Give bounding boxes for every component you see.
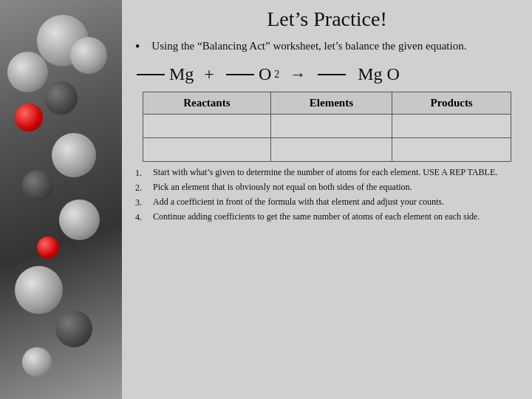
element-mgo: Mg O [358,64,400,84]
step-1: 1. Start with what’s given to determine … [135,166,519,180]
cell-r1c1 [143,115,271,138]
col-header-elements: Elements [270,92,392,115]
step-4: 4. Continue adding coefficients to get t… [135,211,519,224]
rep-table: Reactants Elements Products [143,92,511,162]
bullet-text: Using the “Balancing Act” worksheet, let… [151,38,466,54]
step-2-num: 2. [135,181,147,194]
arrow-symbol: → [290,65,306,84]
col-header-reactants: Reactants [143,92,271,115]
blank2 [226,74,254,75]
bullet-point: • Using the “Balancing Act” worksheet, l… [135,38,519,55]
element-o: O [259,64,271,84]
step-3-text: Add a coefficient in front of the formul… [153,196,444,209]
steps-list: 1. Start with what’s given to determine … [135,166,519,225]
blank3 [318,74,346,75]
step-3-num: 3. [135,196,147,209]
step-1-num: 1. [135,166,147,180]
cell-r2c1 [143,138,271,162]
table-row [143,138,511,162]
step-3: 3. Add a coefficient in front of the for… [135,196,519,209]
plus-sign: + [204,64,214,84]
equation-row: Mg + O2 → Mg O [135,64,519,84]
step-4-num: 4. [135,211,147,224]
element-mg: Mg [169,64,194,84]
step-1-text: Start with what’s given to determine the… [153,166,497,180]
cell-r1c3 [392,115,511,138]
cell-r2c3 [392,138,511,162]
cell-r1c2 [270,115,392,138]
main-content: Let’s Practice! • Using the “Balancing A… [122,0,532,399]
col-header-products: Products [392,92,511,115]
subscript-2: 2 [274,69,279,81]
molecule-image [0,0,122,399]
step-4-text: Continue adding coefficients to get the … [153,211,480,224]
table-row [143,115,511,138]
page-title: Let’s Practice! [135,7,519,31]
step-2-text: Pick an element that is obviously not eq… [153,181,412,194]
blank1 [137,74,165,75]
bullet-icon: • [135,38,140,55]
step-2: 2. Pick an element that is obviously not… [135,181,519,194]
cell-r2c2 [270,138,392,162]
rep-table-container: Reactants Elements Products [143,92,511,162]
